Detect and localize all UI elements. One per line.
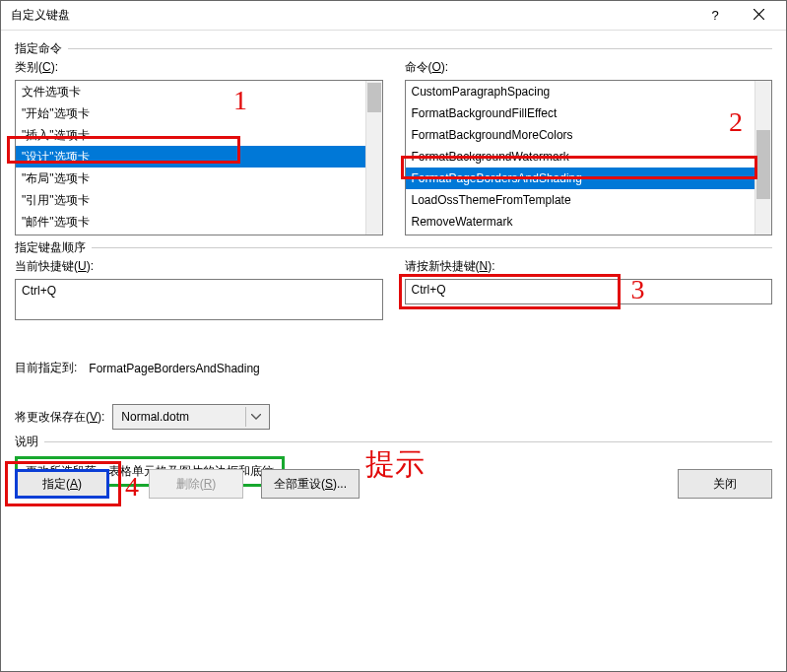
section-key-sequence: 指定键盘顺序 当前快捷键(U): Ctrl+Q 请按新快捷键(N): Ctrl+… [15, 247, 772, 430]
list-item[interactable]: FormatBackgroundMoreColors [406, 124, 755, 146]
chevron-down-icon [245, 407, 265, 427]
new-key-column: 请按新快捷键(N): Ctrl+Q 3 [405, 258, 773, 320]
categories-label: 类别(C): [15, 59, 383, 76]
help-button[interactable]: ? [693, 2, 737, 30]
current-keys-label: 当前快捷键(U): [15, 258, 383, 275]
commands-column: 命令(O): CustomParagraphSpacing FormatBack… [405, 59, 773, 235]
current-keys-box[interactable]: Ctrl+Q [15, 279, 383, 320]
list-item[interactable]: LoadOssThemeFromTemplate [406, 189, 755, 211]
list-item[interactable]: SaveAsQuickFormatSet [406, 233, 755, 235]
scrollbar-thumb[interactable] [756, 130, 770, 199]
commands-listbox[interactable]: CustomParagraphSpacing FormatBackgroundF… [405, 80, 773, 235]
dialog-body: 指定命令 类别(C): 文件选项卡 "开始"选项卡 "插入"选项卡 "设计"选项… [1, 31, 786, 512]
list-item[interactable]: "邮件"选项卡 [16, 211, 365, 233]
titlebar: 自定义键盘 ? [1, 1, 786, 31]
customize-keyboard-dialog: 自定义键盘 ? 指定命令 类别(C): 文件选项卡 "开 [0, 0, 787, 672]
section-desc-legend: 说明 [15, 434, 44, 450]
new-key-input[interactable]: Ctrl+Q [405, 279, 773, 304]
new-key-value: Ctrl+Q [412, 283, 446, 297]
new-key-label: 请按新快捷键(N): [405, 258, 773, 275]
categories-column: 类别(C): 文件选项卡 "开始"选项卡 "插入"选项卡 "设计"选项卡 "布局… [15, 59, 383, 235]
remove-button: 删除(R) [149, 469, 243, 499]
categories-listbox[interactable]: 文件选项卡 "开始"选项卡 "插入"选项卡 "设计"选项卡 "布局"选项卡 "引… [15, 80, 383, 235]
assign-wrap: 指定(A) 4 [15, 469, 109, 499]
section-specify-legend: 指定命令 [15, 40, 68, 57]
current-keys-column: 当前快捷键(U): Ctrl+Q [15, 258, 383, 320]
categories-list-inner: 文件选项卡 "开始"选项卡 "插入"选项卡 "设计"选项卡 "布局"选项卡 "引… [16, 81, 365, 235]
section-specify-command: 指定命令 类别(C): 文件选项卡 "开始"选项卡 "插入"选项卡 "设计"选项… [15, 48, 772, 235]
list-item[interactable]: FormatBackgroundWatermark [406, 146, 755, 168]
close-icon [754, 8, 764, 23]
close-button[interactable] [737, 2, 780, 30]
list-item[interactable]: "设计"选项卡 [16, 146, 365, 168]
list-item[interactable]: "开始"选项卡 [16, 102, 365, 124]
assign-button[interactable]: 指定(A) [15, 469, 109, 499]
list-item[interactable]: "引用"选项卡 [16, 189, 365, 211]
save-in-value: Normal.dotm [121, 410, 189, 424]
list-item[interactable]: 文件选项卡 [16, 81, 365, 102]
assigned-to-label: 目前指定到: [15, 360, 77, 376]
commands-label: 命令(O): [405, 59, 773, 76]
dialog-title: 自定义键盘 [11, 7, 693, 24]
categories-scrollbar[interactable] [365, 81, 382, 235]
scrollbar-thumb[interactable] [367, 83, 381, 112]
save-in-label: 将更改保存在(V): [15, 409, 104, 426]
list-item[interactable]: FormatPageBordersAndShading [406, 168, 755, 189]
list-item[interactable]: "布局"选项卡 [16, 168, 365, 189]
commands-scrollbar[interactable] [754, 81, 771, 235]
assigned-to-value: FormatPageBordersAndShading [89, 362, 259, 375]
section-sequence-legend: 指定键盘顺序 [15, 239, 92, 256]
current-keys-value: Ctrl+Q [22, 284, 56, 298]
save-in-select[interactable]: Normal.dotm [112, 404, 270, 430]
list-item[interactable]: "插入"选项卡 [16, 124, 365, 146]
list-item[interactable]: "审阅"选项卡 [16, 233, 365, 235]
reset-all-button[interactable]: 全部重设(S)... [261, 469, 360, 499]
close-footer-button[interactable]: 关闭 [678, 469, 772, 499]
annotation-num-4: 4 [125, 471, 139, 503]
assigned-to-row: 目前指定到: FormatPageBordersAndShading [15, 360, 772, 376]
commands-list-inner: CustomParagraphSpacing FormatBackgroundF… [406, 81, 755, 235]
save-in-row: 将更改保存在(V): Normal.dotm [15, 404, 772, 430]
list-item[interactable]: RemoveWatermark [406, 211, 755, 233]
list-item[interactable]: CustomParagraphSpacing [406, 81, 755, 102]
footer-buttons: 指定(A) 4 删除(R) 全部重设(S)... 关闭 [15, 469, 772, 499]
list-item[interactable]: FormatBackgroundFillEffect [406, 102, 755, 124]
